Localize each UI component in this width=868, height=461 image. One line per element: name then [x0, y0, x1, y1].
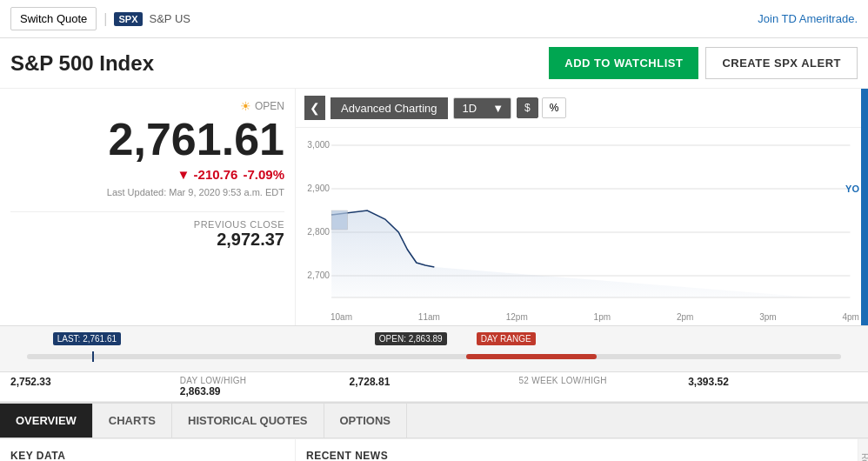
svg-text:2,900: 2,900	[307, 184, 330, 193]
currency-buttons: $ %	[517, 97, 566, 118]
current-price: 2,761.61	[10, 117, 284, 162]
range-values-row: 2,752.33 DAY LOW/HIGH 2,863.89 2,728.81 …	[0, 372, 868, 402]
price-change-pct: -7.09%	[243, 167, 284, 182]
tab-overview[interactable]: OVERVIEW	[0, 404, 93, 438]
svg-text:2,700: 2,700	[307, 271, 330, 280]
prev-close-section: PREVIOUS CLOSE 2,972.37	[10, 211, 284, 250]
sun-icon: ☀	[240, 99, 251, 113]
key-data-panel: KEY DATA OPEN 2,863.89 52 WEEK RANGE 2,7…	[0, 439, 296, 461]
left-panel: ☀ OPEN 2,761.61 ▼ -210.76 -7.09% Last Up…	[0, 89, 296, 325]
top-bar: Switch Quote | SPX S&P US Join TD Amerit…	[0, 0, 868, 38]
switch-quote-button[interactable]: Switch Quote	[10, 7, 97, 30]
time-label-10am: 10am	[331, 312, 352, 322]
tab-options[interactable]: OPTIONS	[324, 404, 408, 438]
chart-panel: ❮ Advanced Charting 1D ▼ $ % 3,000	[296, 89, 868, 325]
title-bar: S&P 500 Index ADD TO WATCHLIST CREATE SP…	[0, 38, 868, 89]
index-title: S&P 500 Index	[10, 51, 154, 76]
divider: |	[103, 11, 107, 27]
recent-news-heading: RECENT NEWS	[306, 450, 847, 461]
time-label-12pm: 12pm	[506, 312, 528, 322]
index-symbol: S&P US	[150, 12, 190, 25]
day-low-high-item: DAY LOW/HIGH 2,863.89	[180, 376, 350, 398]
range-bar-wrapper: LAST: 2,761.61 OPEN: 2,863.89 DAY RANGE	[10, 331, 858, 366]
time-label-3pm: 3pm	[759, 312, 776, 322]
week-low-high-label: 52 WEEK LOW/HIGH	[518, 376, 688, 385]
svg-text:3,000: 3,000	[307, 140, 330, 150]
right-edge-label: Re	[858, 450, 868, 461]
week-high-item: 3,393.52	[688, 376, 858, 398]
add-watchlist-button[interactable]: ADD TO WATCHLIST	[549, 47, 698, 79]
top-bar-left: Switch Quote | SPX S&P US	[10, 7, 190, 30]
td-ameritrade-link[interactable]: Join TD Ameritrade.	[758, 12, 858, 25]
time-label-2pm: 2pm	[677, 312, 693, 322]
week-low-high-item: 52 WEEK LOW/HIGH	[518, 376, 688, 398]
week-low-value: 2,728.81	[350, 376, 519, 388]
chart-area: 3,000 2,900 2,800 2,700	[296, 128, 868, 311]
tabs-bar: OVERVIEW CHARTS HISTORICAL QUOTES OPTION…	[0, 402, 868, 438]
time-label-4pm: 4pm	[842, 312, 858, 322]
market-status: OPEN	[255, 100, 284, 112]
week-high-value: 3,393.52	[688, 376, 858, 388]
price-change-amount: ▼ -210.76	[177, 167, 238, 182]
chart-prev-button[interactable]: ❮	[304, 96, 325, 120]
range-fill	[466, 354, 597, 359]
week-low-item: 2,728.81	[350, 376, 519, 398]
last-updated: Last Updated: Mar 9, 2020 9:53 a.m. EDT	[10, 187, 284, 197]
last-tag: LAST: 2,761.61	[53, 331, 121, 344]
low-value-item: 2,752.33	[10, 376, 180, 398]
svg-marker-9	[331, 210, 814, 297]
price-change: ▼ -210.76 -7.09%	[10, 167, 284, 182]
recent-news-panel: RECENT NEWS MARKETWATCH WSJ	[296, 439, 858, 461]
right-scroll-indicator[interactable]	[861, 89, 868, 325]
timeframe-dropdown-button[interactable]: ▼	[485, 98, 511, 118]
bottom-section: KEY DATA OPEN 2,863.89 52 WEEK RANGE 2,7…	[0, 438, 868, 461]
chart-toolbar: ❮ Advanced Charting 1D ▼ $ %	[296, 89, 868, 128]
advanced-charting-button[interactable]: Advanced Charting	[331, 97, 448, 119]
time-label-1pm: 1pm	[594, 312, 611, 322]
yo-label: YO	[845, 184, 859, 194]
status-row: ☀ OPEN	[10, 99, 284, 113]
create-alert-button[interactable]: CREATE SPX ALERT	[705, 47, 858, 79]
day-range-tag: DAY RANGE	[477, 331, 536, 344]
main-content: ☀ OPEN 2,761.61 ▼ -210.76 -7.09% Last Up…	[0, 89, 868, 325]
svg-text:2,800: 2,800	[307, 227, 330, 237]
tab-historical-quotes[interactable]: HISTORICAL QUOTES	[172, 404, 324, 438]
percent-button[interactable]: %	[542, 97, 567, 118]
title-buttons: ADD TO WATCHLIST CREATE SPX ALERT	[549, 47, 858, 79]
chart-time-labels: 10am 11am 12pm 1pm 2pm 3pm 4pm	[296, 311, 868, 325]
prev-close-value: 2,972.37	[10, 230, 284, 250]
tab-charts[interactable]: CHARTS	[93, 404, 172, 438]
key-data-heading: KEY DATA	[10, 450, 284, 461]
day-low: 2,752.33	[10, 376, 180, 388]
right-edge: Re	[858, 439, 868, 461]
price-chart-svg: 3,000 2,900 2,800 2,700	[296, 128, 868, 311]
spx-badge: SPX	[114, 12, 142, 26]
dollar-button[interactable]: $	[517, 97, 538, 118]
open-value: 2,863.89	[180, 385, 350, 398]
time-label-11am: 11am	[418, 312, 440, 322]
price-indicator	[92, 351, 94, 362]
open-tag: OPEN: 2,863.89	[375, 331, 447, 344]
prev-close-label: PREVIOUS CLOSE	[10, 219, 284, 230]
svg-rect-10	[331, 210, 348, 230]
day-low-high-label: DAY LOW/HIGH	[180, 376, 350, 385]
range-track	[27, 354, 840, 359]
time-selector: 1D ▼	[453, 97, 512, 119]
range-bar-section: LAST: 2,761.61 OPEN: 2,863.89 DAY RANGE	[0, 325, 868, 372]
timeframe-1d-button[interactable]: 1D	[454, 98, 486, 118]
